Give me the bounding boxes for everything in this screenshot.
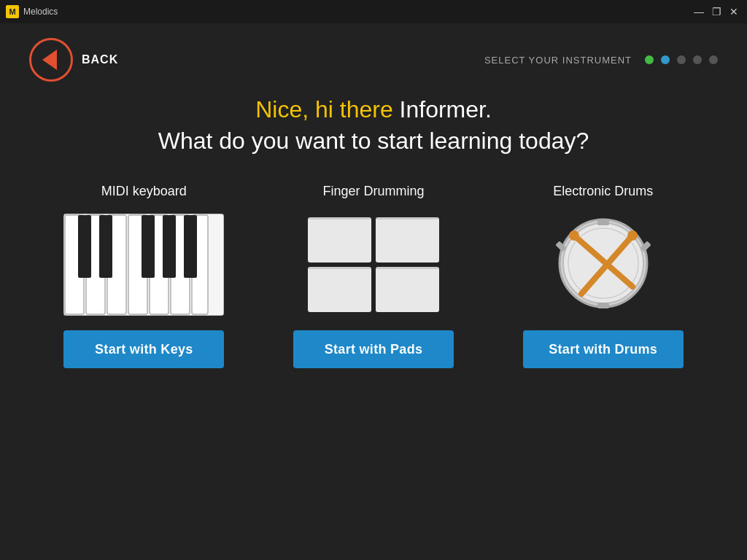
instrument-name-keys: MIDI keyboard	[101, 184, 187, 199]
drum-icon	[530, 214, 676, 316]
app-title: Melodics	[23, 7, 58, 17]
main-content: BACK SELECT YOUR INSTRUMENT Nice, hi the…	[0, 23, 747, 560]
instrument-card-keys: MIDI keyboard	[42, 184, 246, 368]
instrument-name-drums: Electronic Drums	[553, 184, 653, 199]
step-dot-4	[693, 55, 702, 64]
step-dot-1	[645, 55, 654, 64]
start-drums-button[interactable]: Start with Drums	[523, 330, 684, 368]
piano-visual	[63, 214, 224, 316]
pad-1	[308, 217, 371, 262]
heading-line1: Nice, hi there Informer.	[29, 96, 718, 123]
title-bar: M Melodics — ❐ ✕	[0, 0, 747, 23]
svg-rect-10	[142, 215, 155, 278]
pad-2	[376, 217, 439, 262]
instrument-card-pads: Finger Drumming Start with Pads	[271, 184, 476, 368]
drums-visual	[523, 214, 684, 316]
instrument-card-drums: Electronic Drums	[501, 184, 705, 368]
title-bar-left: M Melodics	[6, 5, 58, 18]
start-keys-button[interactable]: Start with Keys	[63, 330, 224, 368]
instrument-name-pads: Finger Drumming	[322, 184, 424, 199]
start-pads-button[interactable]: Start with Pads	[293, 330, 454, 368]
back-button[interactable]: BACK	[29, 38, 118, 82]
svg-rect-8	[78, 215, 91, 278]
pads-grid-icon	[308, 217, 439, 312]
step-dot-3	[677, 55, 686, 64]
drum-svg	[530, 214, 676, 316]
svg-rect-12	[184, 215, 197, 278]
pad-4	[376, 267, 439, 312]
window-controls: — ❐ ✕	[692, 4, 741, 19]
close-button[interactable]: ✕	[727, 4, 741, 19]
instruments-grid: MIDI keyboard	[29, 184, 718, 368]
top-nav: BACK SELECT YOUR INSTRUMENT	[29, 38, 718, 82]
svg-rect-9	[99, 215, 112, 278]
svg-rect-16	[597, 219, 609, 225]
svg-point-21	[569, 230, 579, 241]
piano-icon	[63, 214, 224, 316]
back-label: BACK	[82, 53, 118, 66]
step-dot-2	[661, 55, 670, 64]
step-indicator: SELECT YOUR INSTRUMENT	[484, 55, 718, 66]
back-arrow-icon	[42, 50, 57, 70]
heading-name: Informer.	[400, 96, 492, 122]
minimize-button[interactable]: —	[692, 4, 706, 19]
heading-line2: What do you want to start learning today…	[29, 128, 718, 155]
heading-greeting: Nice, hi there	[255, 96, 399, 122]
maximize-button[interactable]: ❐	[709, 4, 724, 19]
step-dot-5	[709, 55, 718, 64]
svg-point-23	[627, 230, 638, 241]
app-logo: M	[6, 5, 19, 18]
svg-rect-17	[597, 303, 609, 308]
back-circle-icon	[29, 38, 73, 82]
pad-3	[308, 267, 371, 312]
heading-area: Nice, hi there Informer. What do you wan…	[29, 96, 718, 155]
pads-visual	[293, 214, 454, 316]
step-label: SELECT YOUR INSTRUMENT	[484, 55, 632, 66]
svg-rect-11	[163, 215, 176, 278]
